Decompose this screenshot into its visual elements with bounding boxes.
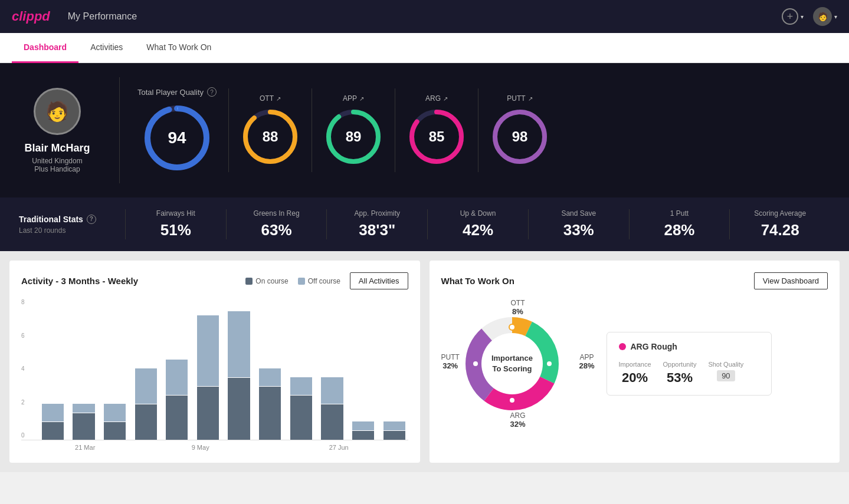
bar-group-2 [70,404,98,440]
stat-fairways-hit: Fairways Hit 51% [125,209,226,239]
avatar-chevron-icon: ▾ [834,14,837,20]
bottom-panels: Activity - 3 Months - Weekly On course O… [0,251,849,472]
metric-ott: OTT ↗ 88 [228,88,312,172]
total-quality-value: 94 [168,129,186,147]
svg-point-20 [546,361,552,367]
arg-rough-card: ARG Rough Importance 20% Opportunity 53%… [607,332,772,396]
stat-greens-in-reg: Greens In Reg 63% [226,209,327,239]
putt-gauge: 98 [490,107,549,166]
arg-arrow-icon: ↗ [443,95,448,102]
tab-what-to-work-on[interactable]: What To Work On [135,33,223,63]
y-axis: 8 6 4 2 0 [21,299,25,440]
legend-on-course: On course [245,277,288,285]
quality-circle: 94 [137,103,217,173]
legend-off-course: Off course [298,277,340,285]
bar-off [42,404,64,421]
player-avatar: 🧑 [34,88,81,135]
player-location: United Kingdom [32,157,82,165]
stat-up-down: Up & Down 42% [427,209,528,239]
arg-label: ARG ↗ [425,94,448,103]
bar-off [321,377,343,404]
on-course-color [245,278,253,285]
metric-putt: PUTT ↗ 98 [478,88,561,172]
bar-group-12 [381,421,408,440]
view-dashboard-button[interactable]: View Dashboard [754,272,828,289]
trad-info-icon[interactable]: ? [87,215,96,224]
ott-value: 88 [263,129,278,145]
svg-text:To Scoring: To Scoring [492,364,532,373]
bar-on [42,422,64,440]
user-menu[interactable]: 🧑 ▾ [813,7,837,26]
bar-group-7 [225,311,253,440]
bar-group-8 [256,368,284,440]
bar-chart: 8 6 4 2 0 [21,299,408,451]
logo[interactable]: clippd [12,9,50,24]
chart-legend: On course Off course [245,277,340,285]
app-label: APP ↗ [343,94,364,103]
quality-section: Total Player Quality ? 94 [126,87,228,173]
bar-off [135,368,157,404]
bar-on [383,431,405,440]
shot-quality-metric: Shot Quality 90 [708,361,743,386]
add-button[interactable]: + ▾ [782,8,804,25]
divider [119,77,120,183]
bar-on [259,387,281,440]
bar-off [352,421,374,430]
svg-text:Importance: Importance [491,354,532,363]
header-right: + ▾ 🧑 ▾ [782,7,837,26]
putt-value: 98 [512,129,528,145]
player-name: Blair McHarg [24,142,90,154]
x-label-3: 27 Jun [270,444,408,451]
avatar: 🧑 [813,7,832,26]
arg-card-metrics: Importance 20% Opportunity 53% Shot Qual… [619,361,759,386]
chart-panel-header: Activity - 3 Months - Weekly On course O… [21,272,408,289]
stat-app-proximity: App. Proximity 38'3" [326,209,427,239]
bar-group-11 [349,421,377,440]
bar-on [228,378,250,440]
header-title: My Performance [68,11,137,22]
bar-group-3 [101,404,129,440]
bar-on [73,413,94,440]
tab-activities[interactable]: Activities [78,33,135,63]
bar-group-1 [39,404,67,440]
bar-group-4 [132,368,160,440]
stat-1-putt: 1 Putt 28% [629,209,730,239]
traditional-stats-panel: Traditional Stats ? Last 20 rounds Fairw… [0,197,849,251]
tab-dashboard[interactable]: Dashboard [12,33,78,63]
bar-off [259,368,281,386]
bar-on [321,404,343,440]
total-quality-gauge: 94 [142,103,212,173]
quality-info-icon[interactable]: ? [207,87,217,97]
activity-chart-panel: Activity - 3 Months - Weekly On course O… [9,261,420,463]
all-activities-button[interactable]: All Activities [350,272,408,289]
app-donut-label: APP 28% [579,353,594,370]
bar-on [197,387,219,440]
plus-icon: + [782,8,798,25]
bar-on [352,431,374,440]
ott-gauge: 88 [241,107,300,166]
chevron-down-icon: ▾ [801,14,804,20]
off-course-color [298,278,305,285]
player-info: 🧑 Blair McHarg United Kingdom Plus Handi… [19,88,113,173]
chart-bars: 8 6 4 2 0 [21,299,408,440]
bar-group-9 [287,377,315,440]
tab-bar: Dashboard Activities What To Work On [0,33,849,63]
arg-value: 85 [429,129,445,145]
donut-chart-container: OTT 8% PUTT 32% APP 28% ARG 32% [441,299,595,429]
app-gauge: 89 [324,107,383,166]
svg-point-21 [509,397,515,403]
ott-arrow-icon: ↗ [276,95,281,102]
svg-point-22 [473,361,478,367]
ott-label: OTT ↗ [260,94,281,103]
wtwon-title: What To Work On [441,276,514,286]
stat-sand-save: Sand Save 33% [528,209,629,239]
stat-scoring-average: Scoring Average 74.28 [729,209,830,239]
what-to-work-on-panel: What To Work On View Dashboard OTT 8% PU… [430,261,840,463]
bar-on [104,422,126,440]
app-value: 89 [346,129,362,145]
trad-stats-label: Traditional Stats ? [19,215,125,224]
quality-label: Total Player Quality ? [137,87,217,97]
metric-app: APP ↗ 89 [312,88,395,172]
bar-off [290,377,312,395]
bar-group-10 [319,377,346,440]
